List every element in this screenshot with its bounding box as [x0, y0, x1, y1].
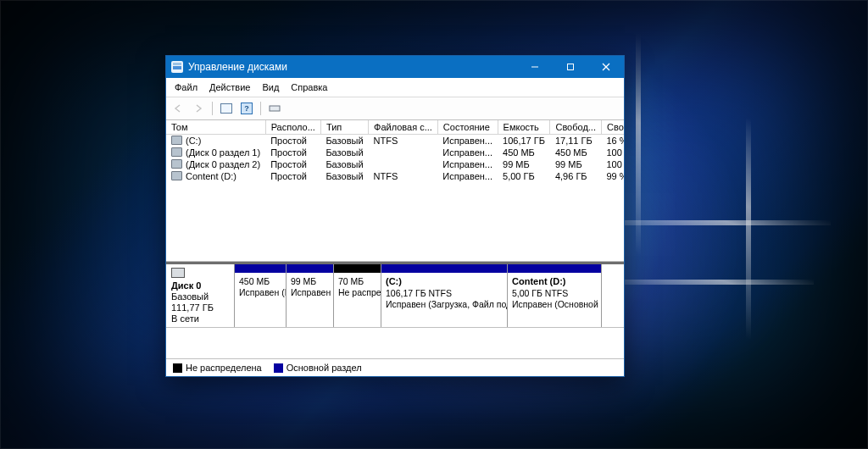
nav-back-button[interactable]: [170, 101, 186, 116]
properties-button[interactable]: [266, 101, 283, 116]
menubar: Файл Действие Вид Справка: [166, 78, 624, 97]
col-tom[interactable]: Том: [166, 120, 265, 135]
col-fs[interactable]: Файловая с...: [369, 120, 438, 135]
maximize-button[interactable]: [553, 56, 588, 78]
partition-body: (C:)106,17 ГБ NTFSИсправен (Загрузка, Фа…: [381, 273, 507, 313]
toolbar-separator: [212, 102, 213, 115]
volume-icon: [171, 171, 182, 180]
legend-primary: Основной раздел: [274, 363, 362, 373]
partition-title: Content (D:): [512, 276, 597, 288]
partition-size: 99 МБ: [291, 276, 329, 287]
partition-status: Исправен (Основной разд: [512, 299, 597, 310]
partition-block[interactable]: 450 МБИсправен (Разде: [235, 264, 287, 327]
partition-status: Исправен (Загрузка, Файл подкачки: [386, 299, 503, 310]
legend: Не распределена Основной раздел: [166, 359, 624, 376]
table-row[interactable]: (Диск 0 раздел 1) Простой Базовый Исправ…: [166, 147, 624, 158]
col-capacity[interactable]: Емкость: [498, 120, 550, 135]
toolbar: ?: [166, 97, 624, 120]
partition-size: 5,00 ГБ NTFS: [512, 288, 597, 299]
table-row[interactable]: (C:) Простой Базовый NTFS Исправен... 10…: [166, 135, 624, 147]
partition-status: Исправен (Разде: [239, 287, 281, 298]
partition-size: 450 МБ: [239, 276, 281, 287]
partition-block[interactable]: 70 МБНе распре: [334, 264, 381, 327]
disk0-info[interactable]: Диск 0 Базовый 111,77 ГБ В сети: [166, 264, 235, 327]
menu-view[interactable]: Вид: [257, 81, 284, 93]
volume-icon: [171, 136, 182, 145]
partition-body: 450 МБИсправен (Разде: [235, 273, 286, 302]
show-hide-tree-button[interactable]: [218, 101, 235, 116]
primary-header-stripe: [235, 264, 286, 273]
partition-size: 70 МБ: [338, 276, 376, 287]
window-title: Управление дисками: [188, 61, 287, 73]
col-type[interactable]: Тип: [320, 120, 368, 135]
partition-block[interactable]: (C:)106,17 ГБ NTFSИсправен (Загрузка, Фа…: [381, 264, 508, 327]
svg-rect-1: [173, 63, 181, 65]
volume-icon: [171, 159, 182, 169]
primary-header-stripe: [381, 264, 507, 273]
table-row[interactable]: (Диск 0 раздел 2) Простой Базовый Исправ…: [166, 158, 624, 170]
partition-status: Исправен (Ш: [291, 287, 329, 298]
hdd-icon: [171, 268, 185, 278]
nav-forward-button[interactable]: [190, 101, 207, 116]
disk-graphical-view[interactable]: Диск 0 Базовый 111,77 ГБ В сети 450 МБИс…: [166, 262, 624, 328]
col-free-pct[interactable]: Свободно %: [601, 120, 624, 135]
partition-title: (C:): [386, 276, 503, 288]
partition-body: 70 МБНе распре: [334, 273, 381, 302]
svg-rect-3: [568, 64, 574, 70]
desktop-wallpaper: Управление дисками Файл Действие Вид Спр…: [0, 0, 868, 449]
menu-file[interactable]: Файл: [170, 81, 203, 93]
volumes-list[interactable]: Том Располо... Тип Файловая с... Состоян…: [166, 120, 624, 262]
partition-body: Content (D:)5,00 ГБ NTFSИсправен (Основн…: [508, 273, 601, 313]
col-free[interactable]: Свобод...: [550, 120, 602, 135]
unallocated-header-stripe: [334, 264, 381, 273]
minimize-button[interactable]: [517, 56, 553, 78]
partition-body: 99 МБИсправен (Ш: [287, 273, 333, 302]
disk-management-window: Управление дисками Файл Действие Вид Спр…: [165, 55, 625, 377]
volume-icon: [171, 147, 182, 157]
volumes-header-row[interactable]: Том Располо... Тип Файловая с... Состоян…: [166, 120, 624, 135]
svg-rect-6: [270, 106, 280, 111]
menu-help[interactable]: Справка: [286, 81, 332, 93]
partition-block[interactable]: 99 МБИсправен (Ш: [287, 264, 334, 327]
toolbar-separator: [260, 102, 261, 115]
primary-header-stripe: [287, 264, 333, 273]
app-icon: [171, 61, 183, 73]
partition-block[interactable]: Content (D:)5,00 ГБ NTFSИсправен (Основн…: [508, 264, 602, 327]
partition-status: Не распре: [338, 287, 376, 298]
close-button[interactable]: [588, 56, 624, 78]
primary-header-stripe: [508, 264, 601, 273]
titlebar[interactable]: Управление дисками: [166, 56, 624, 78]
menu-action[interactable]: Действие: [204, 81, 255, 93]
disk-list-empty-area: [166, 328, 624, 359]
legend-unallocated: Не распределена: [173, 363, 262, 373]
col-status[interactable]: Состояние: [437, 120, 498, 135]
help-button[interactable]: ?: [238, 101, 255, 116]
col-layout[interactable]: Располо...: [265, 120, 320, 135]
table-row[interactable]: Content (D:) Простой Базовый NTFS Исправ…: [166, 170, 624, 182]
svg-rect-0: [173, 66, 181, 69]
partition-size: 106,17 ГБ NTFS: [386, 288, 503, 299]
